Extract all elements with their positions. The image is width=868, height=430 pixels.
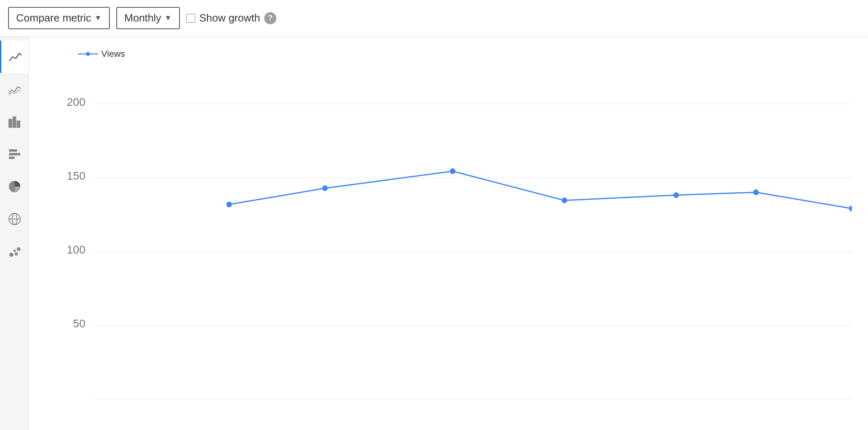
data-point-2 [450, 168, 455, 174]
sidebar-item-multi-line[interactable] [0, 73, 29, 105]
data-point-4 [673, 192, 679, 198]
scatter-icon [7, 244, 22, 259]
sidebar [0, 37, 29, 430]
legend-views-label: Views [101, 49, 125, 59]
svg-point-13 [17, 247, 20, 251]
show-growth-label: Show growth [199, 12, 260, 24]
toolbar: Compare metric ▼ Monthly ▼ Show growth ? [0, 0, 868, 37]
monthly-arrow-icon: ▼ [165, 14, 172, 22]
monthly-button[interactable]: Monthly ▼ [116, 7, 180, 29]
data-point-3 [562, 198, 567, 203]
main-content: Views 200 150 100 50 [0, 37, 868, 430]
geo-chart-icon [7, 212, 22, 226]
chart-wrapper: 200 150 100 50 [53, 67, 852, 400]
bar-chart-icon [7, 114, 22, 129]
svg-point-12 [13, 249, 16, 252]
data-point-6 [849, 206, 852, 211]
multi-line-icon [7, 82, 22, 97]
data-point-0 [227, 202, 232, 207]
svg-text:100: 100 [67, 243, 86, 256]
sidebar-item-line-chart[interactable] [0, 41, 29, 73]
line-chart-icon [8, 49, 22, 64]
legend-line: Views [78, 49, 125, 59]
sidebar-item-horizontal-bar[interactable] [0, 138, 29, 170]
sidebar-item-pie-chart[interactable] [0, 170, 29, 203]
svg-rect-3 [9, 149, 17, 152]
svg-rect-0 [9, 119, 12, 127]
pie-chart-icon [7, 179, 22, 194]
svg-rect-2 [17, 121, 20, 127]
help-icon[interactable]: ? [264, 12, 276, 24]
compare-metric-label: Compare metric [16, 12, 91, 24]
chart-svg: 200 150 100 50 [53, 67, 852, 400]
svg-rect-4 [9, 153, 20, 155]
svg-rect-5 [9, 157, 15, 159]
sidebar-item-geo-chart[interactable] [0, 203, 29, 235]
sidebar-item-scatter[interactable] [0, 235, 29, 268]
monthly-label: Monthly [124, 12, 161, 24]
compare-metric-button[interactable]: Compare metric ▼ [8, 7, 110, 29]
svg-point-11 [15, 252, 18, 256]
svg-point-15 [86, 52, 90, 56]
compare-metric-arrow-icon: ▼ [94, 14, 102, 22]
horizontal-bar-icon [7, 147, 22, 161]
svg-point-10 [9, 253, 13, 257]
chart-area: Views 200 150 100 50 [29, 37, 868, 430]
data-point-1 [322, 185, 328, 191]
svg-text:150: 150 [67, 170, 86, 182]
views-line [229, 171, 852, 209]
legend-line-svg [78, 51, 98, 57]
sidebar-item-bar-chart[interactable] [0, 105, 29, 138]
svg-rect-1 [13, 117, 16, 127]
show-growth-checkbox[interactable] [186, 14, 195, 23]
svg-text:200: 200 [67, 96, 86, 108]
svg-text:50: 50 [73, 317, 86, 330]
show-growth-container: Show growth ? [186, 12, 276, 24]
chart-legend: Views [78, 49, 852, 59]
data-point-5 [753, 189, 759, 195]
